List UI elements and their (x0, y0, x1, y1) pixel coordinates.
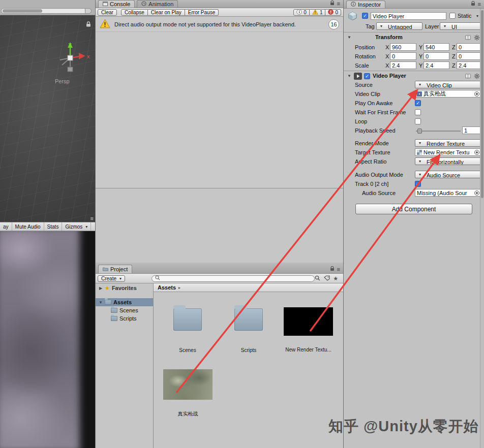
horizontal-scrollbar[interactable] (1, 8, 92, 14)
track-enabled-checkbox[interactable]: ✓ (415, 181, 421, 187)
search-by-type-icon[interactable] (315, 275, 321, 282)
gizmos-dropdown[interactable]: Gizmos ▾ (62, 222, 91, 231)
static-checkbox[interactable] (449, 13, 456, 19)
video-thumbnail (163, 369, 213, 400)
search-input[interactable] (162, 276, 311, 281)
asset-render-texture[interactable] (284, 307, 333, 336)
panel-menu-icon[interactable]: ≡ (337, 267, 340, 272)
game-view[interactable] (0, 231, 95, 448)
transform-header[interactable]: ▼ Transform (344, 34, 484, 42)
play-on-awake-checkbox[interactable]: ✓ (415, 100, 421, 106)
foldout-icon[interactable]: ▶ (99, 286, 103, 291)
perspective-label[interactable]: Persp (55, 78, 70, 84)
aspect-ratio-dropdown[interactable]: Fit Horizontally ▾ (415, 157, 481, 165)
asset-video-clip[interactable] (163, 369, 213, 400)
horizontal-scrollbar-thumb[interactable] (3, 9, 42, 13)
foldout-icon[interactable]: ▼ (347, 74, 351, 78)
add-component-button[interactable]: Add Component (355, 204, 472, 214)
playback-speed-slider[interactable] (416, 131, 461, 132)
panel-corner-icons[interactable]: ≡ (90, 216, 94, 221)
orientation-gizmo[interactable]: y x (48, 40, 92, 78)
rotation-y-field[interactable]: 0 (424, 52, 449, 60)
gear-icon[interactable] (474, 35, 480, 42)
asset-scenes-folder[interactable] (173, 308, 202, 331)
playback-speed-field[interactable]: 1 (462, 126, 481, 134)
tab-animation[interactable]: Animation (137, 0, 178, 8)
object-picker-icon[interactable] (474, 91, 479, 97)
clear-button[interactable]: Clear (98, 9, 117, 16)
foldout-icon[interactable]: ▼ (347, 35, 351, 40)
favorites-star-icon[interactable]: ★ (333, 275, 338, 282)
asset-label[interactable]: Scripts (228, 347, 269, 353)
panel-menu-icon[interactable]: ≡ (90, 216, 94, 221)
gameobject-name-field[interactable]: Video Player (371, 12, 446, 20)
help-icon[interactable] (465, 74, 471, 80)
foldout-icon[interactable]: ▼ (99, 300, 103, 305)
scale-z-field[interactable]: 2.4 (457, 61, 481, 69)
info-count-toggle[interactable]: 0 (293, 9, 310, 16)
asset-label[interactable]: New Render Textu... (278, 347, 339, 353)
asset-scripts-folder[interactable] (234, 308, 263, 331)
tab-project[interactable]: Project (98, 265, 132, 273)
panel-menu-icon[interactable]: ≡ (337, 1, 340, 6)
lock-icon[interactable] (330, 266, 335, 272)
help-icon[interactable] (465, 35, 471, 41)
chevron-down-icon[interactable]: ▾ (476, 14, 478, 18)
asset-label[interactable]: Scenes (167, 347, 208, 353)
mute-audio-button[interactable]: Mute Audio (12, 222, 44, 231)
wait-first-frame-checkbox[interactable] (415, 109, 421, 115)
error-pause-button[interactable]: Error Pause (185, 9, 219, 16)
lock-icon[interactable] (330, 1, 335, 7)
scale-y-field[interactable]: 2.4 (424, 61, 449, 69)
collapse-button[interactable]: Collapse (121, 9, 148, 16)
gear-icon[interactable] (474, 73, 480, 80)
slider-handle[interactable] (417, 129, 422, 134)
maximize-on-play-button[interactable]: ay (0, 222, 12, 231)
collapse-count-badge: 16 (328, 19, 339, 29)
scene-view[interactable]: y x Persp ≡ (0, 15, 95, 222)
audio-output-dropdown[interactable]: Audio Source ▾ (415, 171, 481, 178)
tab-inspector[interactable]: Inspector (346, 1, 385, 8)
lock-icon[interactable] (471, 1, 475, 7)
position-x-field[interactable]: 960 (390, 43, 416, 51)
target-texture-object-field[interactable]: New Render Textu (415, 148, 481, 156)
panel-menu-icon[interactable]: ≡ (478, 2, 481, 7)
audio-source-object-field[interactable]: Missing (Audio Sour (415, 189, 481, 197)
active-checkbox[interactable]: ✓ (362, 13, 368, 19)
source-dropdown[interactable]: Video Clip ▾ (415, 81, 481, 88)
stats-button[interactable]: Stats (44, 222, 63, 231)
tree-item-favorites[interactable]: ▶ ★ Favorites (96, 284, 153, 292)
component-enabled-checkbox[interactable]: ✓ (364, 73, 370, 79)
project-toolbar: Create ▾ ★ (96, 274, 343, 283)
position-y-field[interactable]: 540 (424, 43, 449, 51)
layer-dropdown[interactable]: UI ▾ (440, 22, 481, 30)
console-log-entry[interactable]: Direct audio output mode not yet support… (96, 17, 343, 32)
video-player-header[interactable]: ▼ ✓ Video Player (344, 72, 484, 81)
position-z-field[interactable]: 0 (457, 43, 481, 51)
render-mode-dropdown[interactable]: Render Texture ▾ (415, 139, 481, 147)
scale-x-field[interactable]: 2.4 (390, 61, 416, 69)
inspector-scrollbar[interactable] (480, 9, 484, 448)
rotation-x-field[interactable]: 0 (390, 52, 416, 60)
tree-spacer (96, 292, 153, 298)
rotation-z-field[interactable]: 0 (457, 52, 481, 60)
tag-dropdown[interactable]: Untagged ▾ (376, 22, 422, 30)
clear-on-play-button[interactable]: Clear on Play (148, 9, 185, 16)
breadcrumb-assets[interactable]: Assets (158, 284, 176, 291)
tab-console[interactable]: Console (98, 0, 135, 8)
object-picker-icon[interactable] (474, 150, 479, 155)
horizontal-scrollbar-button[interactable] (85, 8, 92, 14)
tree-item-assets[interactable]: ▼ Assets (96, 298, 153, 306)
error-count-toggle[interactable]: 0 (325, 9, 341, 16)
object-picker-icon[interactable] (474, 190, 479, 196)
video-clip-object-field[interactable]: 真实枪战 (415, 90, 481, 98)
warning-count-toggle[interactable]: 1 (310, 9, 326, 16)
inspector-scrollbar-thumb[interactable] (481, 10, 483, 198)
create-dropdown-button[interactable]: Create ▾ (98, 275, 125, 282)
search-by-label-icon[interactable] (324, 275, 330, 282)
asset-label[interactable]: 真实枪战 (163, 410, 213, 418)
tree-item-scripts[interactable]: Scripts (96, 314, 153, 323)
tree-item-scenes[interactable]: Scenes (96, 306, 153, 314)
video-player-title: Video Player (373, 73, 406, 79)
loop-checkbox[interactable] (415, 118, 421, 124)
